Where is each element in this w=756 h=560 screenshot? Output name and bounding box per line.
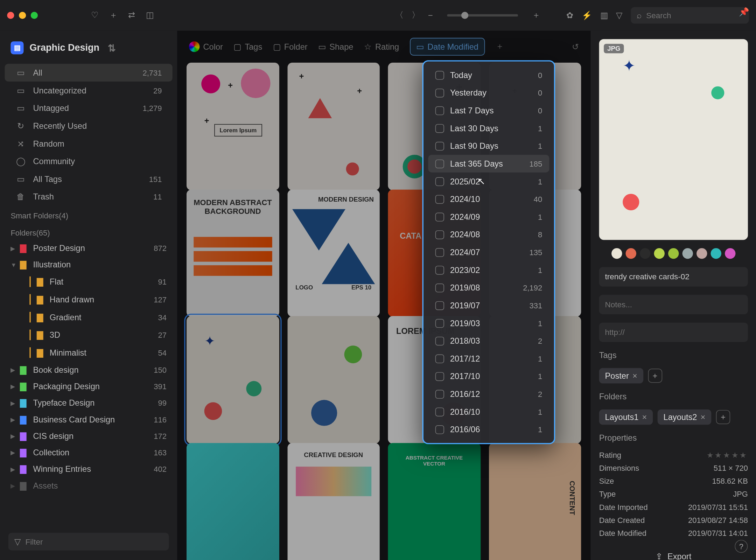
filter-input[interactable] xyxy=(26,537,163,546)
search-box[interactable]: ⌕ xyxy=(631,7,749,23)
disclosure-icon[interactable]: ▶ xyxy=(10,482,16,489)
date-option-2018-03[interactable]: 2018/032 xyxy=(428,332,549,350)
thumb-item[interactable] xyxy=(287,316,380,443)
help-button[interactable]: ? xyxy=(735,540,748,553)
checkbox-icon[interactable] xyxy=(435,212,444,221)
color-swatch[interactable] xyxy=(710,248,721,259)
nav-fwd-icon[interactable]: 〉 xyxy=(412,10,420,21)
thumb-item[interactable]: CONTENT xyxy=(489,443,581,560)
sidebar-nav-uncategorized[interactable]: ▭Uncategorized29 xyxy=(5,82,173,99)
disclosure-icon[interactable]: ▶ xyxy=(10,466,16,472)
date-option-2024-10[interactable]: 2024/1040 xyxy=(428,190,549,208)
date-option-2016-12[interactable]: 2016/122 xyxy=(428,385,549,403)
sync-icon[interactable]: ⇄ xyxy=(128,10,135,21)
checkbox-icon[interactable] xyxy=(435,230,444,239)
folder-flat[interactable]: ▇Flat91 xyxy=(4,273,174,291)
color-swatch[interactable] xyxy=(725,248,735,259)
close-window[interactable] xyxy=(7,12,14,19)
date-option-2017-12[interactable]: 2017/121 xyxy=(428,350,549,368)
color-swatch[interactable] xyxy=(682,248,693,259)
thumb-item[interactable]: ABSTRACT CREATIVE VECTOR xyxy=(388,443,481,560)
checkbox-icon[interactable] xyxy=(435,283,444,292)
reset-filters-icon[interactable]: ↺ xyxy=(572,42,579,51)
disclosure-icon[interactable]: ▶ xyxy=(10,400,16,406)
sidebar-nav-community[interactable]: ◯Community xyxy=(5,152,173,170)
color-swatch[interactable] xyxy=(625,248,636,259)
checkbox-icon[interactable] xyxy=(435,390,444,398)
remove-chip-icon[interactable]: × xyxy=(632,371,637,380)
checkbox-icon[interactable] xyxy=(435,372,444,380)
add-filter-icon[interactable]: ＋ xyxy=(496,41,504,52)
pin-icon[interactable]: 📌 xyxy=(739,7,749,16)
date-option-2019-07[interactable]: 2019/07331 xyxy=(428,296,549,314)
date-option-2024-07[interactable]: 2024/07135 xyxy=(428,243,549,261)
date-option-last-30-days[interactable]: Last 30 Days1 xyxy=(428,119,549,137)
url-input[interactable] xyxy=(599,323,748,342)
date-option-2019-08[interactable]: 2019/082,192 xyxy=(428,279,549,297)
date-option-2023-02[interactable]: 2023/021 xyxy=(428,261,549,279)
date-option-2016-06[interactable]: 2016/061 xyxy=(428,421,549,439)
chip-layouts2[interactable]: Layouts2× xyxy=(657,410,711,425)
tab-color[interactable]: Color xyxy=(189,41,223,52)
zoom-slider[interactable] xyxy=(447,14,518,17)
folder-packaging-design[interactable]: ▶▇Packaging Design391 xyxy=(4,378,174,394)
sidebar-nav-all[interactable]: ▭All2,731 xyxy=(5,64,173,82)
disclosure-icon[interactable]: ▶ xyxy=(10,416,16,423)
date-option-2016-10[interactable]: 2016/101 xyxy=(428,403,549,421)
disclosure-icon[interactable]: ▶ xyxy=(10,433,16,439)
bell-icon[interactable]: ♡ xyxy=(91,10,99,21)
chip-poster[interactable]: Poster× xyxy=(599,368,643,384)
thumb-item[interactable]: + + Lorem Ipsum xyxy=(187,63,279,190)
add-chip-button[interactable]: + xyxy=(716,410,730,424)
checkbox-icon[interactable] xyxy=(435,425,444,434)
search-input[interactable] xyxy=(646,11,743,20)
date-option-last-365-days[interactable]: Last 365 Days185 xyxy=(428,155,549,173)
folder-cis-design[interactable]: ▶▇CIS design172 xyxy=(4,428,174,444)
checkbox-icon[interactable] xyxy=(435,106,444,115)
checkbox-icon[interactable] xyxy=(435,177,444,186)
date-option-2024-08[interactable]: 2024/088 xyxy=(428,226,549,244)
thumb-item-selected[interactable]: ✦ xyxy=(187,316,279,443)
tab-rating[interactable]: ☆Rating xyxy=(364,42,399,51)
sidebar-nav-untagged[interactable]: ▭Untagged1,279 xyxy=(5,99,173,117)
disclosure-icon[interactable]: ▶ xyxy=(10,245,16,251)
checkbox-icon[interactable] xyxy=(435,407,444,416)
layout-icon[interactable]: ▥ xyxy=(600,10,608,20)
puzzle-icon[interactable]: ✿ xyxy=(566,10,573,20)
folder-business-card-design[interactable]: ▶▇Business Card Design116 xyxy=(4,411,174,428)
sidebar-nav-trash[interactable]: 🗑Trash11 xyxy=(5,188,173,206)
thumb-item[interactable]: CREATIVE DESIGN xyxy=(287,443,380,560)
date-option-2025-02[interactable]: 2025/021 xyxy=(428,173,549,190)
add-chip-button[interactable]: + xyxy=(648,369,662,383)
checkbox-icon[interactable] xyxy=(435,318,444,327)
disclosure-icon[interactable]: ▶ xyxy=(10,449,16,456)
checkbox-icon[interactable] xyxy=(435,88,444,97)
folder-hand-drawn[interactable]: ▇Hand drawn127 xyxy=(4,290,174,308)
sidebar-nav-recently-used[interactable]: ↻Recently Used xyxy=(5,117,173,135)
date-option-today[interactable]: Today0 xyxy=(428,66,549,84)
disclosure-icon[interactable]: ▼ xyxy=(10,261,16,268)
date-option-2024-09[interactable]: 2024/091 xyxy=(428,208,549,226)
thumb-item[interactable] xyxy=(187,443,279,560)
date-option-last-90-days[interactable]: Last 90 Days1 xyxy=(428,137,549,155)
folder-minimalist[interactable]: ▇Minimalist54 xyxy=(4,344,174,362)
checkbox-icon[interactable] xyxy=(435,141,444,150)
chip-layouts1[interactable]: Layouts1× xyxy=(599,410,653,425)
thumb-item[interactable]: MODERN ABSTRACT BACKGROUND xyxy=(187,189,279,317)
sidebar-nav-all-tags[interactable]: ▭All Tags151 xyxy=(5,170,173,188)
bolt-icon[interactable]: ⚡ xyxy=(582,10,592,20)
color-swatch[interactable] xyxy=(696,248,707,259)
remove-chip-icon[interactable]: × xyxy=(700,412,705,422)
folder-winning-entries[interactable]: ▶▇Winning Entries402 xyxy=(4,461,174,477)
minimize-window[interactable] xyxy=(19,12,26,19)
smart-folders-header[interactable]: Smart Folders(4) xyxy=(0,205,177,223)
checkbox-icon[interactable] xyxy=(435,124,444,133)
color-swatch[interactable] xyxy=(654,248,664,259)
checkbox-icon[interactable] xyxy=(435,248,444,257)
disclosure-icon[interactable]: ▶ xyxy=(10,366,16,373)
disclosure-icon[interactable]: ▶ xyxy=(10,383,16,390)
sidebar-nav-random[interactable]: ⤨Random xyxy=(5,135,173,153)
library-selector[interactable]: ▤ Graphic Design ⇅ xyxy=(0,37,177,59)
folder-assets[interactable]: ▶▇Assets xyxy=(4,477,174,494)
folder-poster-design[interactable]: ▶▇Poster Design872 xyxy=(4,240,174,256)
